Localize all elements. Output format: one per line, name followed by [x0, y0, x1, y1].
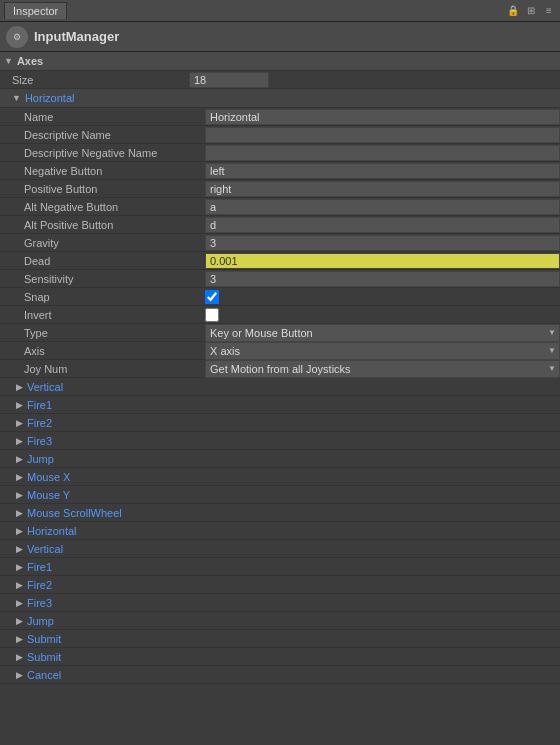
header-row: ⚙ InputManager [0, 22, 560, 52]
list-item-arrow-icon-4: ▶ [16, 454, 23, 464]
field-input-3[interactable] [205, 163, 560, 179]
field-label-7: Gravity [20, 237, 205, 249]
field-row-descriptive-name: Descriptive Name [0, 126, 560, 144]
list-item-arrow-icon-10: ▶ [16, 562, 23, 572]
list-item-arrow-icon-5: ▶ [16, 472, 23, 482]
field-input-0[interactable] [205, 109, 560, 125]
axes-arrow-icon: ▼ [4, 56, 13, 66]
field-input-5[interactable] [205, 199, 560, 215]
horizontal-arrow-icon: ▼ [12, 93, 21, 103]
list-item-label-8: Horizontal [27, 525, 77, 537]
field-label-9: Sensitivity [20, 273, 205, 285]
field-input-8[interactable] [205, 253, 560, 269]
field-label-12: Type [20, 327, 205, 339]
field-input-4[interactable] [205, 181, 560, 197]
field-row-snap: Snap [0, 288, 560, 306]
list-item-label-3: Fire3 [27, 435, 52, 447]
list-item-mouse-scrollwheel-7[interactable]: ▶Mouse ScrollWheel [0, 504, 560, 522]
list-item-arrow-icon-3: ▶ [16, 436, 23, 446]
title-bar: Inspector 🔒 ⊞ ≡ [0, 0, 560, 22]
list-item-label-15: Submit [27, 651, 61, 663]
list-item-arrow-icon-9: ▶ [16, 544, 23, 554]
list-item-label-4: Jump [27, 453, 54, 465]
list-item-vertical-9[interactable]: ▶Vertical [0, 540, 560, 558]
field-row-alt-positive-button: Alt Positive Button [0, 216, 560, 234]
list-item-arrow-icon-14: ▶ [16, 634, 23, 644]
field-input-9[interactable] [205, 271, 560, 287]
field-row-invert: Invert [0, 306, 560, 324]
content-area: ▼ Axes Size ▼ Horizontal NameDescriptive… [0, 52, 560, 745]
horizontal-fields: NameDescriptive NameDescriptive Negative… [0, 108, 560, 378]
list-item-arrow-icon-11: ▶ [16, 580, 23, 590]
select-wrapper-14: Get Motion from all JoysticksJoystick 1J… [205, 360, 560, 378]
size-label: Size [4, 74, 189, 86]
field-input-6[interactable] [205, 217, 560, 233]
field-label-3: Negative Button [20, 165, 205, 177]
list-item-fire2-2[interactable]: ▶Fire2 [0, 414, 560, 432]
list-item-label-9: Vertical [27, 543, 63, 555]
field-row-joy-num: Joy NumGet Motion from all JoysticksJoys… [0, 360, 560, 378]
list-item-jump-13[interactable]: ▶Jump [0, 612, 560, 630]
list-item-label-16: Cancel [27, 669, 61, 681]
field-input-1[interactable] [205, 127, 560, 143]
size-input[interactable] [189, 72, 269, 88]
field-select-12[interactable]: Key or Mouse ButtonMouse MovementJoystic… [205, 324, 560, 342]
list-item-fire3-12[interactable]: ▶Fire3 [0, 594, 560, 612]
field-select-13[interactable]: X axisY axisZ axis [205, 342, 560, 360]
list-item-fire2-11[interactable]: ▶Fire2 [0, 576, 560, 594]
select-wrapper-12: Key or Mouse ButtonMouse MovementJoystic… [205, 324, 560, 342]
field-input-7[interactable] [205, 235, 560, 251]
list-item-arrow-icon-7: ▶ [16, 508, 23, 518]
list-item-submit-14[interactable]: ▶Submit [0, 630, 560, 648]
field-label-0: Name [20, 111, 205, 123]
list-item-arrow-icon-16: ▶ [16, 670, 23, 680]
field-checkbox-10[interactable] [205, 290, 219, 304]
size-row: Size [0, 71, 560, 89]
list-item-jump-4[interactable]: ▶Jump [0, 450, 560, 468]
list-item-fire3-3[interactable]: ▶Fire3 [0, 432, 560, 450]
axes-section-header[interactable]: ▼ Axes [0, 52, 560, 71]
input-manager-icon: ⚙ [6, 26, 28, 48]
list-item-arrow-icon-1: ▶ [16, 400, 23, 410]
inspector-tab[interactable]: Inspector [4, 2, 67, 19]
title-bar-icons: 🔒 ⊞ ≡ [506, 4, 556, 18]
field-row-dead: Dead [0, 252, 560, 270]
lock-icon[interactable]: 🔒 [506, 4, 520, 18]
field-row-type: TypeKey or Mouse ButtonMouse MovementJoy… [0, 324, 560, 342]
select-wrapper-13: X axisY axisZ axis [205, 342, 560, 360]
list-item-mouse-y-6[interactable]: ▶Mouse Y [0, 486, 560, 504]
list-item-arrow-icon-8: ▶ [16, 526, 23, 536]
field-checkbox-11[interactable] [205, 308, 219, 322]
horizontal-label: Horizontal [25, 92, 75, 104]
field-row-positive-button: Positive Button [0, 180, 560, 198]
menu-icon[interactable]: ≡ [542, 4, 556, 18]
field-row-sensitivity: Sensitivity [0, 270, 560, 288]
list-item-cancel-16[interactable]: ▶Cancel [0, 666, 560, 684]
horizontal-header[interactable]: ▼ Horizontal [0, 89, 560, 108]
list-item-fire1-10[interactable]: ▶Fire1 [0, 558, 560, 576]
collapsed-items-list: ▶Vertical▶Fire1▶Fire2▶Fire3▶Jump▶Mouse X… [0, 378, 560, 684]
list-item-submit-15[interactable]: ▶Submit [0, 648, 560, 666]
list-item-label-12: Fire3 [27, 597, 52, 609]
field-label-1: Descriptive Name [20, 129, 205, 141]
field-input-2[interactable] [205, 145, 560, 161]
list-item-label-5: Mouse X [27, 471, 70, 483]
field-label-11: Invert [20, 309, 205, 321]
list-item-mouse-x-5[interactable]: ▶Mouse X [0, 468, 560, 486]
field-row-descriptive-negative-name: Descriptive Negative Name [0, 144, 560, 162]
list-item-label-2: Fire2 [27, 417, 52, 429]
field-row-alt-negative-button: Alt Negative Button [0, 198, 560, 216]
axes-label: Axes [17, 55, 43, 67]
list-item-label-0: Vertical [27, 381, 63, 393]
list-item-arrow-icon-6: ▶ [16, 490, 23, 500]
field-label-8: Dead [20, 255, 205, 267]
list-item-horizontal-8[interactable]: ▶Horizontal [0, 522, 560, 540]
list-item-vertical-0[interactable]: ▶Vertical [0, 378, 560, 396]
layout-icon[interactable]: ⊞ [524, 4, 538, 18]
list-item-fire1-1[interactable]: ▶Fire1 [0, 396, 560, 414]
list-item-label-14: Submit [27, 633, 61, 645]
field-row-axis: AxisX axisY axisZ axis [0, 342, 560, 360]
list-item-label-11: Fire2 [27, 579, 52, 591]
list-item-label-10: Fire1 [27, 561, 52, 573]
field-select-14[interactable]: Get Motion from all JoysticksJoystick 1J… [205, 360, 560, 378]
